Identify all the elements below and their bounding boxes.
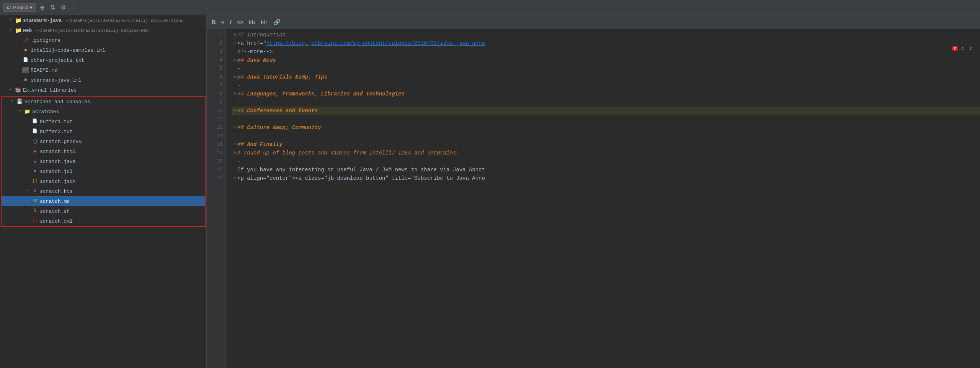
fold-10[interactable]: ⊟ — [232, 107, 237, 115]
line-3-content: <!--more--> — [237, 48, 273, 56]
main-layout: 📁 standard-java ~/IdeaProjects/JetBrains… — [0, 15, 980, 368]
item-label: buffer1.txt — [40, 119, 73, 125]
chevron-icon — [17, 108, 23, 115]
sidebar-item-external-libraries[interactable]: 📚 External Libraries — [0, 85, 206, 95]
item-label: Scratches and Consoles — [24, 99, 90, 105]
git-icon: ⎇ — [22, 37, 29, 43]
sidebar-item-buffer2[interactable]: 📄 buffer2.txt — [2, 127, 205, 136]
project-button[interactable]: 🗂 Project ▾ — [3, 3, 36, 12]
item-label: standard-java ~/IdeaProjects/JetBrains/i… — [23, 18, 184, 23]
sidebar-item-scratch-kts[interactable]: κ scratch.kts — [2, 186, 205, 196]
line-7-content: - — [237, 81, 240, 90]
sidebar-item-scratch-java[interactable]: ☕ scratch.java — [2, 156, 205, 166]
sidebar-item-scratch-json[interactable]: {} scratch.json — [2, 176, 205, 186]
xml-icon: ⟨⟩ — [31, 218, 38, 224]
chevron-icon — [24, 188, 31, 194]
line-6-content: ## Java Tutorials &amp; Tips — [237, 73, 327, 81]
fold-6[interactable]: ⊟ — [232, 73, 237, 81]
scratch-console-icon: 💾 — [16, 99, 23, 105]
kts-icon: κ — [31, 188, 38, 194]
settings-icon-btn[interactable]: ⚙ — [59, 3, 67, 12]
item-label: README.md — [31, 67, 57, 73]
project-folder-icon: 🗂 — [7, 5, 11, 10]
item-label: scratch.sh — [40, 209, 70, 214]
globe-icon-btn[interactable]: ⊕ — [38, 3, 46, 12]
code-line-16: - — [232, 157, 980, 166]
item-label: scratch.html — [40, 149, 76, 154]
sidebar-item-scratch-html[interactable]: ◈ scratch.html — [2, 146, 205, 156]
sidebar-item-other-projects[interactable]: 📄 other-projects.txt — [0, 55, 206, 65]
project-label: Project — [13, 5, 28, 10]
link-button[interactable]: 🔗 — [271, 18, 283, 27]
txt-icon: 📄 — [31, 118, 38, 125]
fold-8[interactable]: ⊟ — [232, 90, 237, 98]
code-editor[interactable]: ⊟ // introduction ⊟ <a href="https://blo… — [226, 29, 980, 368]
item-label: web ~/IdeaProjects/JetBrains/intellij-sa… — [23, 28, 149, 33]
sidebar-item-readme[interactable]: MD README.md — [0, 65, 206, 75]
md-icon: MD — [22, 67, 29, 73]
list-button[interactable]: ≡ — [219, 18, 227, 26]
item-label: standard-java.iml — [31, 77, 82, 83]
line-17-content: If you have any interesting or useful Ja… — [237, 166, 485, 174]
minimize-icon-btn[interactable]: — — [70, 3, 79, 12]
sidebar-item-web[interactable]: 📁 web ~/IdeaProjects/JetBrains/intellij-… — [0, 25, 206, 35]
project-chevron: ▾ — [30, 5, 33, 10]
code-line-14: ⊟ ## And Finally — [232, 140, 980, 149]
line-10-content: ## Conferences and Events — [237, 107, 318, 115]
sidebar-item-scratches-and-consoles[interactable]: 💾 Scratches and Consoles — [2, 97, 205, 107]
code-line-15: ⊟ A round up of blog posts and videos fr… — [232, 149, 980, 157]
line-16-content: - — [237, 157, 240, 166]
code-line-17: If you have any interesting or useful Ja… — [232, 166, 980, 174]
h1-button[interactable]: H₁ — [247, 18, 257, 27]
fold-4[interactable]: ⊟ — [232, 56, 237, 64]
bold-button[interactable]: B — [210, 18, 218, 26]
sort-icon-btn[interactable]: ⇅ — [49, 3, 57, 12]
item-label: scratch.xml — [40, 219, 73, 224]
code-button[interactable]: <> — [235, 18, 246, 26]
sidebar-item-scratches[interactable]: 📁 Scratches — [2, 107, 205, 117]
close-notification-btn[interactable]: ∨ — [967, 44, 974, 52]
h-up-button[interactable]: H↑ — [259, 18, 270, 26]
item-label: External Libraries — [23, 87, 77, 93]
code-line-18: ⊟ <p align="center"><a class="jb-downloa… — [232, 174, 980, 182]
item-label: scratch.java — [40, 159, 76, 164]
line-num-10: 10 — [211, 107, 222, 115]
fold-2[interactable]: ⊟ — [232, 39, 237, 48]
line-num-12: 12 — [211, 123, 222, 132]
italic-button[interactable]: I — [228, 18, 234, 26]
code-line-13: - — [232, 132, 980, 140]
sidebar-item-iml[interactable]: ▣ intellij-code-samples.iml — [0, 45, 206, 55]
fold-14[interactable]: ⊟ — [232, 140, 237, 149]
fold-15[interactable]: ⊟ — [232, 149, 237, 157]
line-5-content: - — [237, 64, 240, 73]
line-num-18: 18 — [211, 174, 222, 182]
line-12-content: ## Culture &amp; Community — [237, 123, 321, 132]
scratches-container: 💾 Scratches and Consoles 📁 Scratches 📄 b… — [1, 96, 206, 227]
sidebar-item-scratch-jql[interactable]: ◆ scratch.jql — [2, 166, 205, 176]
sidebar-item-standard-java-iml[interactable]: ▣ standard-java.iml — [0, 75, 206, 85]
expand-icon-btn[interactable]: ∧ — [959, 44, 966, 52]
sidebar-item-scratch-sh[interactable]: $ scratch.sh — [2, 206, 205, 216]
chevron-icon — [8, 17, 14, 23]
fold-18[interactable]: ⊟ — [232, 174, 237, 182]
sidebar-item-buffer1[interactable]: 📄 buffer1.txt — [2, 117, 205, 127]
sidebar: 📁 standard-java ~/IdeaProjects/JetBrains… — [0, 15, 207, 368]
item-label: buffer2.txt — [40, 129, 73, 135]
editor-top-right-area: 2 ∧ ∨ — [952, 44, 974, 52]
sidebar-item-scratch-groovy[interactable]: ⬡ scratch.groovy — [2, 136, 205, 146]
line-num-7: 7 — [211, 81, 222, 90]
sidebar-item-gitignore[interactable]: ⎇ .gitignore — [0, 35, 206, 45]
line-num-4: 4 — [211, 56, 222, 64]
json-icon: {} — [31, 178, 38, 184]
sidebar-item-scratch-xml[interactable]: ⟨⟩ scratch.xml — [2, 216, 205, 226]
fold-1[interactable]: ⊟ — [232, 31, 237, 39]
notification-badge[interactable]: 2 — [952, 46, 958, 51]
sidebar-item-scratch-md[interactable]: MD scratch.md — [2, 196, 205, 206]
line-num-1: 1 — [211, 31, 222, 39]
line-num-16: 16 — [211, 157, 222, 166]
fold-12[interactable]: ⊟ — [232, 123, 237, 132]
sidebar-item-standard-java[interactable]: 📁 standard-java ~/IdeaProjects/JetBrains… — [0, 15, 206, 25]
txt-icon: 📄 — [22, 57, 29, 63]
code-line-12: ⊟ ## Culture &amp; Community — [232, 123, 980, 132]
code-line-3: <!--more--> — [232, 48, 980, 56]
